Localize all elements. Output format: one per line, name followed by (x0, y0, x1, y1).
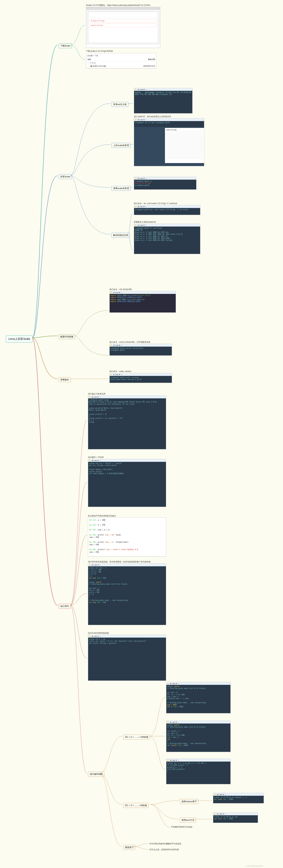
s-check[interactable]: 查看scala安装包 (111, 186, 131, 191)
extract-term2: 📁★ 1 ied ▼+ [root@ied opt]# ll /usr/loca… (134, 224, 200, 254)
ex1-term: 📁★ 1 ied ▼+ [root@ied opt]# scala Welcom… (88, 396, 166, 449)
upload-shot: 📁★ 1 ied ▼+ [root@ied ~]# cd /opt [root@… (134, 118, 204, 166)
extract-t1: 执行命令：tar -zxvf scala-2.13.13.tgz -C /usr… (134, 202, 177, 205)
ex1-t: 演示输出与简单运算 (88, 393, 106, 395)
root[interactable]: Linux上安装Scala (6, 336, 33, 342)
homework[interactable]: 课堂练习 (123, 845, 135, 850)
dl-text: 下载 [scala-2.13.13.tgz] 到本地 (86, 50, 113, 53)
hw2: 打印九九表，采用多种方法来完成 (149, 848, 179, 851)
ex4-t: 演示语句块也有返回值。语句块里最后一条语句的值就是整个语句块的值 (88, 560, 150, 563)
sum100-t3: 📁★ 1 ied ▼+ scala> for (i <- 1 to 10; j … (166, 758, 231, 784)
ex5-t: 演示if-else结构的返回值 (88, 632, 109, 634)
check-term: 📁★ 1 ied ▼+ [root@ied opt]# lsscala-2.13… (134, 177, 196, 190)
ex3-t: 有点类似于Python的f格式化输出 (88, 515, 116, 517)
s-extract[interactable]: 解压到指定目录 (111, 233, 130, 238)
b-version[interactable]: 查看版本 (59, 377, 71, 382)
b-install[interactable]: 安装Scala (59, 174, 72, 179)
extract-t2: 查看解压之后的scala目录 (134, 221, 156, 223)
url: Scala2.13.13下载网址：https://www.scala-lang.… (86, 4, 150, 7)
ver-term: 📁★ 1 ied ▼+ [root@ied opt]# scala -versi… (109, 373, 172, 383)
upload-title: 进入/opt目录，将scala安装包上传到该目录 (134, 115, 171, 118)
summethod[interactable]: 使用sum方法 (180, 817, 196, 823)
b-exec[interactable]: 执行语句 (59, 604, 71, 609)
browser-shot: ⬇ scala-2.13.13.tgz scala-2.13.13.zip (86, 7, 160, 48)
s-upload[interactable]: 上传scala安装包 (111, 143, 131, 148)
login-term: 📁★ 1 ied ▼+ 选择主机... 填写主机编码 [root@ied ~]#… (134, 88, 193, 114)
ex5-term: 📁★ 1 ied ▼+ scala> val x = 10scala> val … (88, 634, 166, 681)
ex4-term: 📁★ 1 ied ▼+ scala> val sum = { | val a =… (88, 563, 166, 625)
b-env[interactable]: 配置环境变量 (59, 334, 75, 339)
sum99[interactable]: 求1 + 3 + ...... + 99的值 (123, 803, 149, 808)
ex2-t: 演示数学 + 字符串 (88, 456, 104, 459)
extract-term1: 📁★ 1 ied ▼+ [root@ied opt]# tar -zxvf sc… (134, 205, 200, 215)
sum100-t2: 📁★ 1 ied ▼+ scala> :paste // Entering pa… (166, 720, 231, 752)
b-download[interactable]: 下载Scala (59, 43, 72, 48)
ex2-term: 📁★ 1 ied ▼+ scala> val str = "hello" + "… (88, 459, 166, 507)
sum-term: 📁★ 1 ied ▼+ scala> (1 to 99 by 2).sumval… (213, 812, 258, 823)
s-login[interactable]: 登录ied云主机 (111, 102, 129, 107)
reduce[interactable]: 使用reduce算子 (180, 799, 199, 804)
watermark: CSDN @howard2005 (246, 865, 263, 867)
hw1: 打印100以内的奇x偶数的平行四边形 (149, 842, 181, 845)
explorer: 此电脑 > 下载 名称修改日期 ▽ 今天 (1) 📦 scala-2.13.13… (86, 53, 157, 68)
sum100[interactable]: 求1 + 2 + ...... + 100的值 (123, 735, 150, 740)
s-loop[interactable]: 演示循环结构 (88, 772, 104, 777)
sum100-t1: 📁★ 1 ied ▼+ scala> :paste // Entering pa… (166, 682, 231, 713)
sum99-note: 不用循环结构也可以搞定 (171, 826, 193, 828)
env-t1: 执行命令：vim /etc/profile (109, 288, 132, 291)
ver-title: 执行命令：scala -version (109, 370, 131, 373)
ex3-code: In [1]: a = 100 In [2]: b = 150 In [3]: … (88, 518, 166, 557)
reduce-term: 📁★ 1 ied ▼+ scala> (1 to 99 by 2).reduce… (213, 793, 264, 803)
env-term2: 📁★ 1 ied ▼+ [root@ied opt]# source /etc/… (109, 344, 172, 355)
env-term1: 📁★ 1 ied ▼+ export SCALA_HOME=/usr/local… (109, 291, 176, 313)
env-t2: 执行命令：source /etc/profile，让环境配置生效 (109, 341, 150, 343)
